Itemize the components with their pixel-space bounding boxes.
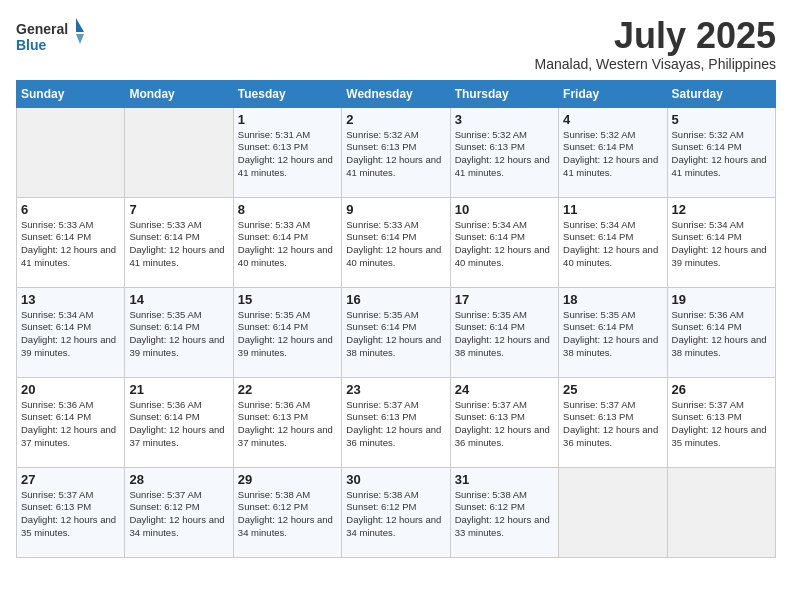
title-block: July 2025 Manalad, Western Visayas, Phil… [535,16,777,72]
day-info: Sunrise: 5:37 AM Sunset: 6:13 PM Dayligh… [21,489,120,540]
day-number: 1 [238,112,337,127]
weekday-header-wednesday: Wednesday [342,80,450,107]
day-number: 2 [346,112,445,127]
day-cell [125,107,233,197]
calendar-title: July 2025 [535,16,777,56]
day-number: 26 [672,382,771,397]
day-info: Sunrise: 5:37 AM Sunset: 6:12 PM Dayligh… [129,489,228,540]
day-number: 5 [672,112,771,127]
day-info: Sunrise: 5:37 AM Sunset: 6:13 PM Dayligh… [672,399,771,450]
svg-text:Blue: Blue [16,37,47,53]
day-cell: 13Sunrise: 5:34 AM Sunset: 6:14 PM Dayli… [17,287,125,377]
calendar-table: SundayMondayTuesdayWednesdayThursdayFrid… [16,80,776,558]
day-cell: 22Sunrise: 5:36 AM Sunset: 6:13 PM Dayli… [233,377,341,467]
day-number: 15 [238,292,337,307]
day-cell [667,467,775,557]
day-info: Sunrise: 5:36 AM Sunset: 6:13 PM Dayligh… [238,399,337,450]
day-info: Sunrise: 5:37 AM Sunset: 6:13 PM Dayligh… [455,399,554,450]
day-info: Sunrise: 5:36 AM Sunset: 6:14 PM Dayligh… [129,399,228,450]
day-number: 11 [563,202,662,217]
day-cell: 27Sunrise: 5:37 AM Sunset: 6:13 PM Dayli… [17,467,125,557]
day-cell: 28Sunrise: 5:37 AM Sunset: 6:12 PM Dayli… [125,467,233,557]
day-info: Sunrise: 5:33 AM Sunset: 6:14 PM Dayligh… [238,219,337,270]
day-info: Sunrise: 5:38 AM Sunset: 6:12 PM Dayligh… [346,489,445,540]
weekday-header-sunday: Sunday [17,80,125,107]
weekday-header-monday: Monday [125,80,233,107]
day-cell: 29Sunrise: 5:38 AM Sunset: 6:12 PM Dayli… [233,467,341,557]
week-row-3: 13Sunrise: 5:34 AM Sunset: 6:14 PM Dayli… [17,287,776,377]
day-info: Sunrise: 5:33 AM Sunset: 6:14 PM Dayligh… [21,219,120,270]
page-header: General Blue July 2025 Manalad, Western … [16,16,776,72]
day-number: 16 [346,292,445,307]
day-info: Sunrise: 5:35 AM Sunset: 6:14 PM Dayligh… [129,309,228,360]
day-cell: 17Sunrise: 5:35 AM Sunset: 6:14 PM Dayli… [450,287,558,377]
day-number: 4 [563,112,662,127]
day-info: Sunrise: 5:35 AM Sunset: 6:14 PM Dayligh… [563,309,662,360]
day-number: 25 [563,382,662,397]
day-cell: 5Sunrise: 5:32 AM Sunset: 6:14 PM Daylig… [667,107,775,197]
week-row-4: 20Sunrise: 5:36 AM Sunset: 6:14 PM Dayli… [17,377,776,467]
day-info: Sunrise: 5:34 AM Sunset: 6:14 PM Dayligh… [563,219,662,270]
day-cell: 1Sunrise: 5:31 AM Sunset: 6:13 PM Daylig… [233,107,341,197]
day-info: Sunrise: 5:31 AM Sunset: 6:13 PM Dayligh… [238,129,337,180]
day-info: Sunrise: 5:32 AM Sunset: 6:13 PM Dayligh… [346,129,445,180]
day-info: Sunrise: 5:33 AM Sunset: 6:14 PM Dayligh… [346,219,445,270]
day-number: 3 [455,112,554,127]
day-info: Sunrise: 5:33 AM Sunset: 6:14 PM Dayligh… [129,219,228,270]
logo-svg: General Blue [16,16,86,56]
day-number: 27 [21,472,120,487]
day-number: 7 [129,202,228,217]
logo: General Blue [16,16,86,56]
day-number: 10 [455,202,554,217]
day-cell: 2Sunrise: 5:32 AM Sunset: 6:13 PM Daylig… [342,107,450,197]
day-cell: 8Sunrise: 5:33 AM Sunset: 6:14 PM Daylig… [233,197,341,287]
weekday-header-tuesday: Tuesday [233,80,341,107]
week-row-1: 1Sunrise: 5:31 AM Sunset: 6:13 PM Daylig… [17,107,776,197]
day-info: Sunrise: 5:38 AM Sunset: 6:12 PM Dayligh… [455,489,554,540]
day-number: 17 [455,292,554,307]
day-info: Sunrise: 5:32 AM Sunset: 6:14 PM Dayligh… [672,129,771,180]
day-number: 13 [21,292,120,307]
day-cell: 6Sunrise: 5:33 AM Sunset: 6:14 PM Daylig… [17,197,125,287]
day-cell: 3Sunrise: 5:32 AM Sunset: 6:13 PM Daylig… [450,107,558,197]
day-cell: 7Sunrise: 5:33 AM Sunset: 6:14 PM Daylig… [125,197,233,287]
day-info: Sunrise: 5:35 AM Sunset: 6:14 PM Dayligh… [346,309,445,360]
day-number: 19 [672,292,771,307]
day-info: Sunrise: 5:32 AM Sunset: 6:13 PM Dayligh… [455,129,554,180]
day-number: 14 [129,292,228,307]
day-cell: 16Sunrise: 5:35 AM Sunset: 6:14 PM Dayli… [342,287,450,377]
day-number: 18 [563,292,662,307]
day-cell: 24Sunrise: 5:37 AM Sunset: 6:13 PM Dayli… [450,377,558,467]
day-info: Sunrise: 5:34 AM Sunset: 6:14 PM Dayligh… [672,219,771,270]
weekday-header-saturday: Saturday [667,80,775,107]
day-info: Sunrise: 5:36 AM Sunset: 6:14 PM Dayligh… [21,399,120,450]
day-info: Sunrise: 5:35 AM Sunset: 6:14 PM Dayligh… [238,309,337,360]
day-info: Sunrise: 5:34 AM Sunset: 6:14 PM Dayligh… [455,219,554,270]
day-number: 31 [455,472,554,487]
day-info: Sunrise: 5:35 AM Sunset: 6:14 PM Dayligh… [455,309,554,360]
svg-text:General: General [16,21,68,37]
day-cell: 18Sunrise: 5:35 AM Sunset: 6:14 PM Dayli… [559,287,667,377]
day-cell: 12Sunrise: 5:34 AM Sunset: 6:14 PM Dayli… [667,197,775,287]
day-info: Sunrise: 5:37 AM Sunset: 6:13 PM Dayligh… [346,399,445,450]
day-info: Sunrise: 5:32 AM Sunset: 6:14 PM Dayligh… [563,129,662,180]
day-cell: 11Sunrise: 5:34 AM Sunset: 6:14 PM Dayli… [559,197,667,287]
day-number: 12 [672,202,771,217]
weekday-header-thursday: Thursday [450,80,558,107]
day-number: 29 [238,472,337,487]
day-cell: 14Sunrise: 5:35 AM Sunset: 6:14 PM Dayli… [125,287,233,377]
week-row-5: 27Sunrise: 5:37 AM Sunset: 6:13 PM Dayli… [17,467,776,557]
day-cell: 30Sunrise: 5:38 AM Sunset: 6:12 PM Dayli… [342,467,450,557]
day-cell: 15Sunrise: 5:35 AM Sunset: 6:14 PM Dayli… [233,287,341,377]
day-cell: 31Sunrise: 5:38 AM Sunset: 6:12 PM Dayli… [450,467,558,557]
day-number: 8 [238,202,337,217]
weekday-header-friday: Friday [559,80,667,107]
day-info: Sunrise: 5:38 AM Sunset: 6:12 PM Dayligh… [238,489,337,540]
day-cell: 4Sunrise: 5:32 AM Sunset: 6:14 PM Daylig… [559,107,667,197]
day-cell: 26Sunrise: 5:37 AM Sunset: 6:13 PM Dayli… [667,377,775,467]
day-number: 20 [21,382,120,397]
day-number: 22 [238,382,337,397]
day-cell: 19Sunrise: 5:36 AM Sunset: 6:14 PM Dayli… [667,287,775,377]
day-number: 30 [346,472,445,487]
day-number: 23 [346,382,445,397]
